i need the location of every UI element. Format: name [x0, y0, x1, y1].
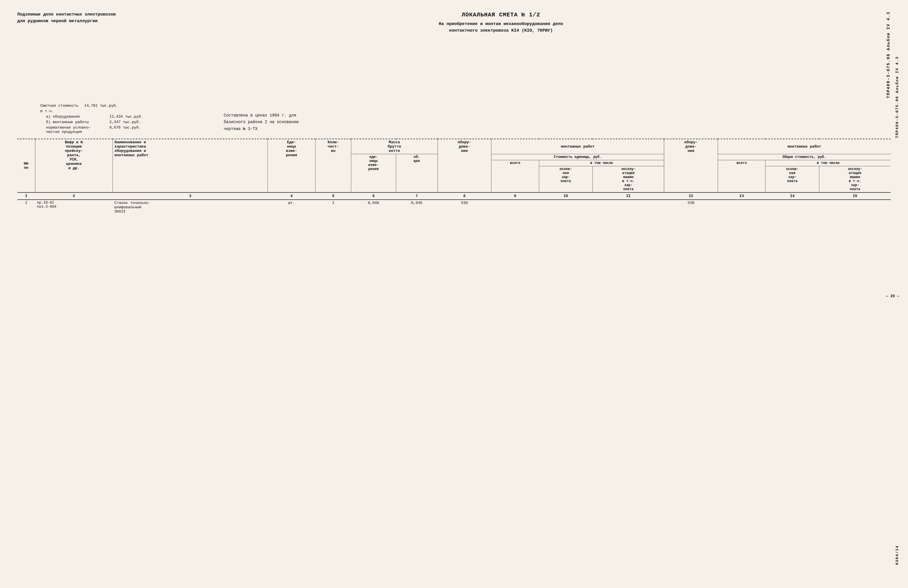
cost-b-row: б) монтажные работы 2,347 тыс.руб.: [46, 120, 143, 124]
desc-line1: Составлена в ценах 1984 г. для: [224, 112, 299, 119]
col-header-v-tom-chisle2: в том числе: [765, 160, 891, 166]
row-obshaya-eksp: [819, 200, 891, 215]
col-header-stoimost-oborud: обору-дова-ния: [438, 139, 491, 193]
colnum-14: I4: [765, 193, 819, 200]
page-number-label: — 20 —: [886, 294, 899, 298]
col-header-osnov-zar2: основ-наязар-плата: [765, 166, 819, 193]
colnum-15: I5: [819, 193, 891, 200]
colnum-2: 2: [35, 193, 113, 200]
page-number: — 20 —: [886, 294, 899, 298]
colnum-9: 9: [491, 193, 539, 200]
cost-b-value: 2,347 тыс.руб.: [109, 120, 141, 124]
row-massa-ob: 0,046: [396, 200, 438, 215]
top-left-title: Подземные депо контактных электровозов д…: [17, 11, 116, 24]
title-line1: Подземные депо контактных электровозов: [17, 11, 116, 18]
colnum-4: 4: [268, 193, 316, 200]
colnum-7: 7: [396, 193, 438, 200]
row-kolichestvo: I: [315, 200, 351, 215]
right-label-top: ТПР409-3-075.96 Альбом IV 4.3: [886, 11, 891, 98]
v-t-ch: в т.ч.: [40, 109, 143, 113]
right-bottom-rotated: 9394/14: [895, 522, 899, 565]
row-shifr: пр.I8-ОI поз.3-084: [35, 200, 113, 215]
main-title: ЛОКАЛЬНАЯ СМЕТА № 1/2: [127, 11, 874, 18]
col-header-num: №№пп: [17, 139, 35, 193]
colnum-8: 8: [438, 193, 491, 200]
sub-title: На приобретение и монтаж механооборудова…: [127, 21, 874, 34]
cost-total-label: Сметная стоимость: [40, 104, 79, 108]
col-header-osnov-zar1: основ-наязар-плата: [539, 166, 592, 193]
cost-a-label: а) оборудования: [46, 114, 104, 119]
colnum-13: I3: [718, 193, 765, 200]
table-row: I пр.I8-ОI поз.3-084 Станок точильно-шли…: [17, 200, 891, 215]
col-header-montazh-group: монтажных работ: [491, 139, 664, 154]
cost-c-label: нормативная условно-чистая продукция: [46, 125, 104, 134]
row-montazh-vsego: [491, 200, 539, 215]
col-header-v-tom-chisle1: в том числе: [539, 160, 664, 166]
col-header-stoimost-edinicy: Стоимость единицы, руб.: [491, 154, 664, 160]
row-obshaya-oborud: 530: [664, 200, 718, 215]
cost-c-value: 0,876 тыс.руб.: [109, 125, 141, 134]
row-montazh-eksp: [592, 200, 664, 215]
row-num: I: [17, 200, 35, 215]
desc-block: Составлена в ценах 1984 г. для базисного…: [224, 112, 299, 133]
row-montazh-osnov: [539, 200, 592, 215]
colnum-3: 3: [113, 193, 267, 200]
col-header-obshaya-oborud: обору-дова-ния: [664, 139, 718, 193]
cost-block: Сметная стоимость I4,781 тыс.руб. в т.ч.…: [40, 104, 143, 134]
colnum-11: II: [592, 193, 664, 200]
row-obshaya-vsego: [718, 200, 765, 215]
col-header-obshaya-stoimost: Общая стоимость, руб.: [718, 154, 891, 160]
sub-title-line1: На приобретение и монтаж механооборудова…: [127, 21, 874, 27]
col-header-shifr: Шифр и №позициипрейску-ранта,УСН,ценника…: [35, 139, 113, 193]
row-stoimost-oborud: 530: [438, 200, 491, 215]
cost-c-row: нормативная условно-чистая продукция 0,8…: [46, 125, 143, 134]
colnum-1: I: [17, 193, 35, 200]
sidebar-bottom-label: 9394/14: [895, 522, 899, 565]
col-header-edinica: Еди-ницаизме-рения: [268, 139, 316, 193]
table-section: №№пп Шифр и №позициипрейску-ранта,УСН,це…: [17, 139, 891, 215]
col-header-massa-ob: об-щая: [396, 154, 438, 193]
cost-b-label: б) монтажные работы: [46, 120, 104, 124]
col-header-eksp1: эксплу-атациямашинв т.ч.зар-плата: [592, 166, 664, 193]
center-title: ЛОКАЛЬНАЯ СМЕТА № 1/2 На приобретение и …: [116, 11, 886, 34]
colnum-10: IO: [539, 193, 592, 200]
desc-line3: чертежа № 3-ТХ: [224, 126, 299, 133]
header-section: Подземные депо контактных электровозов д…: [17, 11, 891, 98]
page-wrapper: Подземные депо контактных электровозов д…: [17, 11, 891, 215]
cost-section: Сметная стоимость I4,781 тыс.руб. в т.ч.…: [40, 104, 891, 134]
right-top-rotated: ТПР409-3-075.96 Альбом IV 4.3: [895, 23, 899, 138]
cost-a-row: а) оборудования I2,434 тыс.руб.: [46, 114, 143, 119]
desc-line2: базисного района I на основании: [224, 119, 299, 126]
col-header-kolichestvo: Коли-чест-во: [315, 139, 351, 193]
col-header-name: Наименование ихарактеристикаоборудования…: [113, 139, 267, 193]
row-name: Станок точильно-шлифовальныйЗК63I: [113, 200, 267, 215]
colnum-5: 5: [315, 193, 351, 200]
col-header-montazh-vsego: всего: [491, 160, 539, 193]
col-header-massa-ed: еди-ницыизме-рения: [351, 154, 396, 193]
sub-title-line2: контактного электровоза КI4 (КIО, 7КРИУ): [127, 27, 874, 34]
title-line2: для рудников черной металлургии: [17, 18, 116, 25]
col-header-massa: Массабруттонетто: [351, 139, 438, 154]
col-header-obshaya-vsego: всего: [718, 160, 765, 193]
row-obshaya-osnov: [765, 200, 819, 215]
colnum-6: 6: [351, 193, 396, 200]
col-header-eksp2: эксплу-атациямашинв т.ч.зар-плата: [819, 166, 891, 193]
sidebar-top-label: ТПР409-3-075.96 Альбом IV 4.3: [895, 23, 899, 138]
main-table: №№пп Шифр и №позициипрейску-ранта,УСН,це…: [17, 139, 891, 215]
cost-total-row: Сметная стоимость I4,781 тыс.руб.: [40, 104, 143, 108]
col-header-obshaya-montazh-group: монтажных работ: [718, 139, 891, 154]
colnum-12: I2: [664, 193, 718, 200]
cost-total-value: I4,781 тыс.руб.: [84, 104, 118, 108]
row-edinica: шт.: [268, 200, 316, 215]
row-massa-ed: 0,046: [351, 200, 396, 215]
cost-a-value: I2,434 тыс.руб.: [109, 114, 143, 119]
